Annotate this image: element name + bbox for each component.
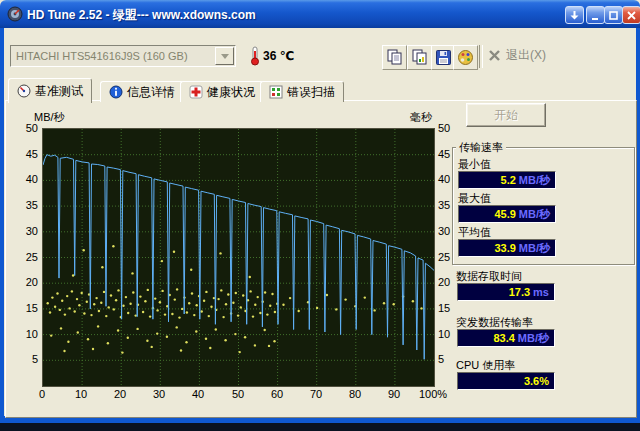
- start-button[interactable]: 开始: [466, 103, 546, 127]
- min-value: 5.2: [501, 174, 516, 186]
- transfer-rate-group-title: 传输速率: [456, 140, 506, 155]
- window-title: HD Tune 2.52 - 绿盟--- www.xdowns.com: [27, 7, 256, 24]
- options-icon: [457, 49, 474, 66]
- copy-icon: [386, 49, 403, 66]
- minimize-button[interactable]: [586, 6, 605, 24]
- max-unit: MB/秒: [519, 207, 550, 222]
- save-icon: [435, 49, 452, 66]
- thermometer-icon: [249, 46, 261, 66]
- transfer-rate-group: 传输速率 最小值 5.2 MB/秒 最大值 45.9 MB/秒 平均值 33.9…: [452, 147, 635, 265]
- error-scan-icon: [269, 85, 283, 99]
- options-button[interactable]: [453, 45, 478, 70]
- access-time-value: 17.3: [509, 286, 530, 298]
- cpu-usage-value: 3.6%: [524, 375, 549, 387]
- tab-info[interactable]: 信息详情: [100, 81, 184, 102]
- drive-name: HITACHI HTS541616J9S (160 GB): [11, 50, 215, 62]
- max-value-box: 45.9 MB/秒: [458, 205, 556, 223]
- app-icon: [7, 6, 23, 22]
- combo-dropdown-button[interactable]: [215, 47, 234, 65]
- hdtune-window: HD Tune 2.52 - 绿盟--- www.xdowns.com HITA…: [0, 0, 640, 431]
- title-bar: HD Tune 2.52 - 绿盟--- www.xdowns.com: [0, 0, 640, 28]
- benchmark-icon: [17, 84, 31, 98]
- window-border-left: [0, 28, 4, 423]
- start-button-label: 开始: [494, 107, 518, 124]
- tab-error-scan[interactable]: 错误扫描: [260, 81, 344, 102]
- avg-value: 33.9: [494, 242, 515, 254]
- tab-label: 基准测试: [35, 83, 83, 100]
- tab-label: 信息详情: [127, 84, 175, 101]
- cpu-usage-box: 3.6%: [457, 372, 555, 390]
- benchmark-chart: [42, 128, 435, 387]
- copy-file-icon: [411, 49, 428, 66]
- chevron-down-icon: [221, 54, 229, 59]
- drive-select-combo[interactable]: HITACHI HTS541616J9S (160 GB): [10, 45, 236, 67]
- y-axis-left-title: MB/秒: [34, 110, 65, 125]
- min-unit: MB/秒: [519, 173, 550, 188]
- maximize-button[interactable]: [604, 6, 623, 24]
- download-icon[interactable]: [565, 6, 584, 24]
- access-time-box: 17.3 ms: [457, 283, 555, 301]
- avg-unit: MB/秒: [519, 241, 550, 256]
- max-label: 最大值: [458, 191, 491, 206]
- burst-rate-box: 83.4 MB/秒: [457, 329, 555, 347]
- close-button[interactable]: [622, 6, 640, 24]
- y-axis-right-title: 毫秒: [410, 110, 432, 125]
- tab-health[interactable]: 健康状况: [180, 81, 264, 102]
- temperature-value: 36 ℃: [263, 49, 294, 63]
- tab-label: 错误扫描: [287, 84, 335, 101]
- avg-label: 平均值: [458, 225, 491, 240]
- copy-clipboard-button[interactable]: [382, 45, 407, 70]
- burst-rate-unit: MB/秒: [518, 331, 549, 346]
- tab-benchmark[interactable]: 基准测试: [8, 78, 92, 103]
- info-icon: [109, 85, 123, 99]
- burst-rate-label: 突发数据传输率: [456, 315, 533, 330]
- exit-button[interactable]: 退出(X): [488, 47, 546, 64]
- min-label: 最小值: [458, 157, 491, 172]
- avg-value-box: 33.9 MB/秒: [458, 239, 556, 257]
- desktop-strip: [0, 423, 640, 431]
- cpu-usage-label: CPU 使用率: [456, 358, 515, 373]
- health-cross-icon: [189, 85, 203, 99]
- access-time-unit: ms: [533, 286, 549, 298]
- burst-rate-value: 83.4: [493, 332, 514, 344]
- toolbar-separator: [479, 45, 483, 68]
- copy-file-button[interactable]: [407, 45, 432, 70]
- tab-label: 健康状况: [207, 84, 255, 101]
- min-value-box: 5.2 MB/秒: [458, 171, 556, 189]
- exit-x-icon: [488, 49, 501, 62]
- access-time-label: 数据存取时间: [456, 269, 522, 284]
- exit-label: 退出(X): [506, 47, 546, 64]
- max-value: 45.9: [494, 208, 515, 220]
